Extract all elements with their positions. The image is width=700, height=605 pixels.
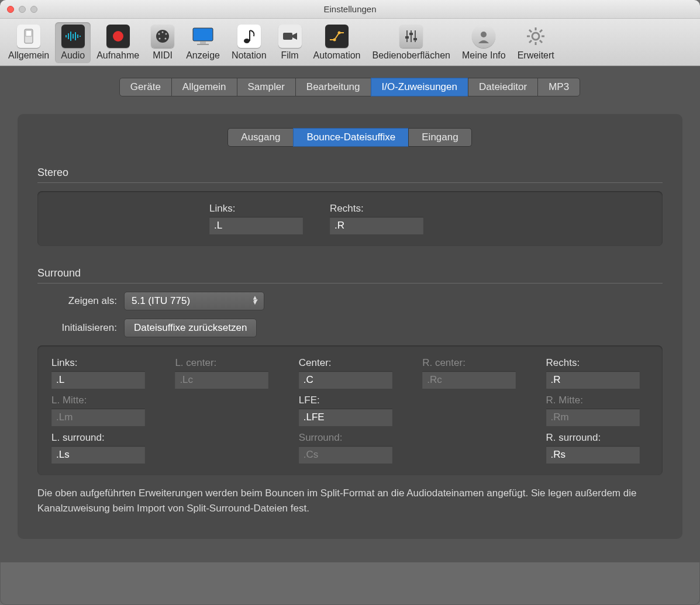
toolbar-label: Aufnahme	[96, 50, 139, 61]
stereo-heading: Stereo	[37, 167, 663, 179]
show-as-popup[interactable]: 5.1 (ITU 775) ▲▼	[124, 292, 264, 310]
surround-channel-label: R. Mitte:	[546, 395, 649, 406]
surround-channel-input	[422, 371, 516, 389]
toolbar-item-audio[interactable]: Audio	[55, 22, 91, 63]
surround-channel-input	[175, 371, 268, 389]
svg-rect-16	[193, 28, 213, 41]
svg-line-39	[540, 30, 542, 32]
subtab-input[interactable]: Eingang	[408, 128, 471, 147]
io-panel: Ausgang Bounce-Dateisuffixe Eingang Ster…	[18, 114, 682, 539]
toolbar-item-advanced[interactable]: Erweitert	[512, 22, 560, 63]
toolbar-label: Anzeige	[186, 50, 220, 61]
show-as-label: Zeigen als:	[37, 295, 117, 307]
window-title: Einstellungen	[0, 4, 700, 14]
chevron-updown-icon: ▲▼	[252, 295, 258, 305]
svg-line-37	[540, 40, 542, 43]
toolbar-item-automation[interactable]: Automation	[308, 22, 367, 63]
titlebar: Einstellungen	[0, 0, 700, 19]
record-icon	[106, 25, 130, 48]
tab-file-editor[interactable]: Dateieditor	[468, 78, 538, 96]
waveform-icon	[61, 25, 85, 48]
toolbar-item-my-info[interactable]: Meine Info	[456, 22, 512, 63]
svg-rect-1	[26, 30, 32, 36]
surround-channel-input[interactable]	[299, 371, 392, 389]
toolbar-item-display[interactable]: Anzeige	[180, 22, 226, 63]
footer-description: Die oben aufgeführten Erweiterungen werd…	[37, 486, 663, 516]
surround-channel-input[interactable]	[546, 446, 640, 464]
surround-channel-input	[546, 409, 640, 426]
surround-channel-input[interactable]	[546, 371, 640, 389]
toolbar-label: Audio	[61, 50, 85, 61]
minimize-icon	[19, 6, 26, 13]
surround-channel-input[interactable]	[51, 371, 145, 389]
surround-channel-label: Center:	[299, 357, 401, 369]
svg-rect-27	[405, 36, 409, 39]
camera-icon	[278, 25, 302, 48]
surround-cell: L. center:	[175, 357, 277, 389]
svg-point-14	[159, 38, 161, 40]
tab-general[interactable]: Allgemein	[171, 78, 237, 96]
surround-channel-label: L. surround:	[51, 432, 154, 444]
surround-channel-input[interactable]	[299, 409, 392, 426]
divider	[37, 283, 663, 284]
tab-sampler[interactable]: Sampler	[237, 78, 296, 96]
preferences-window: Einstellungen Allgemein Audio Aufnahme M…	[0, 0, 700, 605]
close-icon[interactable]	[7, 6, 14, 13]
surround-channel-input	[299, 446, 392, 464]
display-icon	[191, 25, 215, 48]
svg-point-30	[481, 32, 487, 37]
tab-editing[interactable]: Bearbeitung	[295, 78, 371, 96]
surround-cell: L. surround:	[51, 432, 154, 464]
surround-channel-label: R. center:	[422, 357, 525, 369]
surround-cell: R. Mitte:	[546, 395, 649, 426]
zoom-icon	[30, 6, 37, 13]
toolbar-label: Meine Info	[462, 50, 506, 61]
toolbar-label: MIDI	[153, 50, 173, 61]
surround-channel-label: Surround:	[299, 432, 401, 444]
stereo-right-label: Rechts:	[330, 203, 423, 215]
svg-rect-28	[409, 33, 413, 35]
surround-channel-input[interactable]	[51, 446, 145, 464]
svg-rect-20	[249, 30, 250, 41]
surround-cell	[175, 395, 277, 426]
sub-tabbar: Ausgang Bounce-Dateisuffixe Eingang	[37, 128, 663, 147]
divider	[37, 182, 663, 183]
toolbar-label: Erweitert	[518, 50, 554, 61]
svg-line-36	[529, 30, 532, 32]
tab-io-assignments[interactable]: I/O-Zuweisungen	[371, 78, 468, 96]
window-controls	[7, 6, 37, 13]
content-area: Geräte Allgemein Sampler Bearbeitung I/O…	[0, 66, 700, 562]
stereo-left-label: Links:	[209, 203, 303, 215]
toolbar-item-general[interactable]: Allgemein	[2, 22, 55, 63]
main-tabbar: Geräte Allgemein Sampler Bearbeitung I/O…	[0, 78, 700, 96]
note-icon	[237, 25, 261, 48]
surround-cell: Rechts:	[546, 357, 649, 389]
stereo-right-input[interactable]	[330, 217, 423, 234]
gear-icon	[524, 25, 547, 48]
stereo-left-input[interactable]	[209, 217, 303, 234]
surround-cell: Center:	[299, 357, 401, 389]
toolbar-item-control-surfaces[interactable]: Bedienoberflächen	[366, 22, 456, 63]
reset-extensions-button[interactable]: Dateisuffixe zurücksetzen	[124, 319, 257, 337]
svg-rect-18	[197, 44, 209, 45]
faders-icon	[399, 25, 423, 48]
toolbar-item-movie[interactable]: Film	[273, 22, 308, 63]
svg-point-15	[165, 38, 167, 40]
toolbar-item-recording[interactable]: Aufnahme	[91, 22, 145, 63]
surround-cell: Links:	[51, 357, 154, 389]
surround-channel-label: L. center:	[175, 357, 277, 369]
toolbar-label: Automation	[313, 50, 361, 61]
surround-channel-label: L. Mitte:	[51, 395, 154, 406]
subtab-output[interactable]: Ausgang	[227, 128, 294, 147]
svg-point-9	[113, 31, 123, 42]
surround-cell	[422, 432, 525, 464]
toolbar-item-midi[interactable]: MIDI	[145, 22, 180, 63]
tab-devices[interactable]: Geräte	[119, 78, 172, 96]
surround-channel-input	[51, 409, 145, 426]
tab-mp3[interactable]: MP3	[537, 78, 580, 96]
subtab-bounce-extensions[interactable]: Bounce-Dateisuffixe	[293, 128, 409, 147]
surround-cell	[175, 432, 277, 464]
toolbar-label: Bedienoberflächen	[372, 50, 450, 61]
surround-cell: L. Mitte:	[51, 395, 154, 426]
toolbar-item-score[interactable]: Notation	[226, 22, 273, 63]
